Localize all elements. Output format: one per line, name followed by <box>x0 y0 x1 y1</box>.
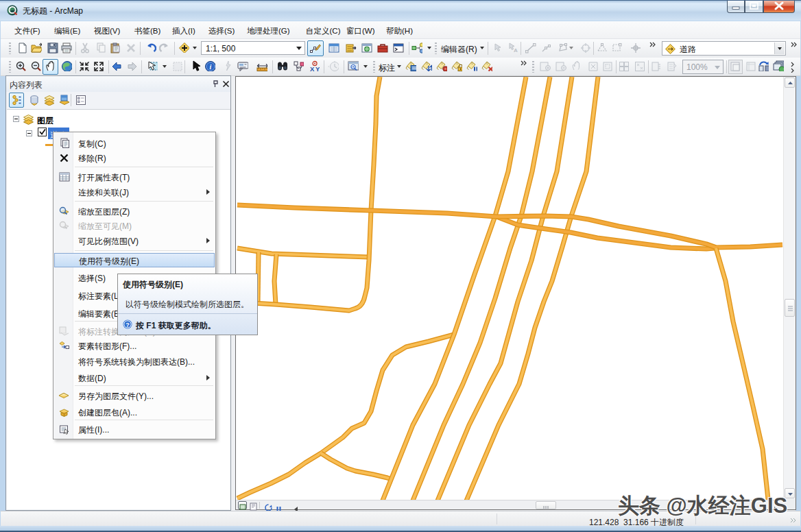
svg-text:X: X <box>310 65 315 71</box>
svg-text:A: A <box>514 47 518 53</box>
svg-text:i: i <box>210 63 212 71</box>
svg-text:Y: Y <box>315 65 320 71</box>
svg-text:?: ? <box>125 322 130 328</box>
